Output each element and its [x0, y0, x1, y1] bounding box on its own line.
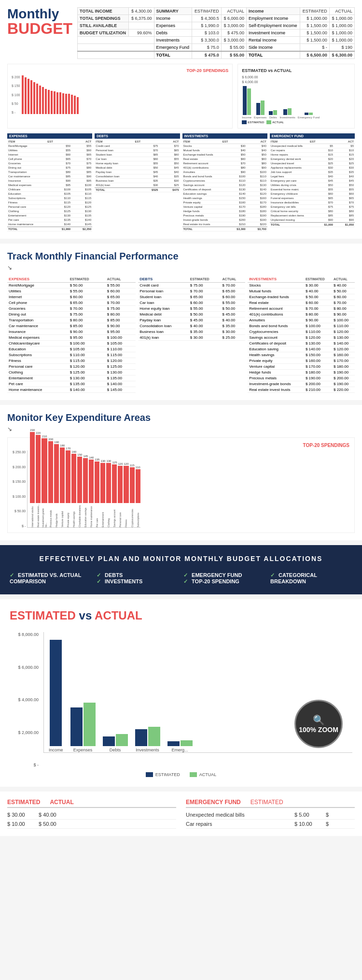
- bottom-left-table: ESTIMATED ACTUAL $ 30.00 $ 40.00 $ 10.00…: [7, 799, 176, 829]
- eva-label-debts: Debts: [269, 116, 277, 119]
- table-row: Utilities$ 55.00$ 60.00: [7, 288, 136, 294]
- top20-bar-1: [36, 435, 41, 503]
- top20-bar-wrap-9: 145Education savings: [83, 455, 88, 527]
- bottom-left-header: ESTIMATED ACTUAL: [7, 799, 176, 808]
- eva-exp-est-bar: [70, 707, 83, 746]
- eva-income-est-bar: [50, 640, 62, 746]
- list-item: Utilities$55$60: [7, 148, 92, 153]
- table-row: Savings account$ 120.00$ 130.00: [248, 335, 355, 341]
- monitor-arrow: ↘: [7, 426, 355, 432]
- eva-group-emerg: Emergency Fund: [298, 113, 320, 119]
- legend-act-swatch: [190, 772, 197, 777]
- top20-mini-title: TOP-20 SPENDINGS: [12, 68, 228, 73]
- table-row: Payday loan$ 45.00$ 40.00: [138, 317, 245, 323]
- table-row: Business loan$ 35.00$ 30.00: [138, 329, 245, 335]
- debts-total: TOTAL$525$475: [95, 187, 180, 192]
- top20-bar-wrap-13: 130Clothing: [106, 460, 111, 527]
- legend-act-label: ACTUAL: [199, 772, 217, 777]
- emergency-fund-header: EMERGENCY FUND: [270, 133, 355, 139]
- eva-income-label: Income: [49, 748, 63, 752]
- features-grid: ✓ ESTIMATED VS. ACTUAL COMPARISON ✓ DEBT…: [10, 572, 352, 585]
- top20-bar-wrap-3: 200Precious metals: [48, 438, 53, 527]
- bar-8: [42, 87, 44, 114]
- check-icon-1: ✓: [10, 572, 14, 578]
- legend-est-label: ESTIMATED: [155, 772, 180, 777]
- top20-bar-wrap-8: 150Charitable donations: [77, 453, 82, 527]
- table-row: Real estate invest trusts$ 210.00$ 220.0…: [248, 387, 355, 393]
- self-employ-label: Self-Employment Income: [247, 22, 300, 29]
- bar-7: [39, 86, 41, 114]
- list-item: Bonds and bond funds$100$110: [182, 174, 267, 179]
- track-debts-col: DEBTS ESTIMATED ACTUAL Credit card$ 75.0…: [138, 276, 245, 393]
- bar-16: [65, 94, 67, 114]
- top20-bar-12: [100, 463, 105, 503]
- bar-13: [56, 92, 58, 114]
- debts-table: DEBTS ITEM EST ACT Credit card$75$70 Per…: [95, 133, 180, 231]
- top20-bar-wrap-5: 180Venture capital: [60, 444, 65, 527]
- list-item: Groceries$70$75: [7, 161, 92, 166]
- list-item: Dining out$75$80: [7, 166, 92, 170]
- act-label: ACTUAL: [221, 8, 246, 15]
- eva-group-invest: Investments: [279, 108, 295, 119]
- eva-large-legend: ESTIMATED ACTUAL: [10, 772, 352, 777]
- bar-3: [28, 79, 29, 114]
- total-income-label: TOTAL INCOME: [78, 8, 129, 15]
- list-item: Replacement stolen items$85$85: [270, 214, 355, 218]
- y-axis-labels: $ 200 $ 150 $ 100 $ 50 $ -: [12, 75, 22, 114]
- table-row: Cryptocurrencies$ 110.00$ 120.00: [248, 329, 355, 335]
- list-item: Emergency childcare$60$60: [270, 192, 355, 196]
- top20-bar-4: [54, 444, 59, 503]
- table-row: Real estate$ 60.00$ 70.00: [248, 300, 355, 306]
- track-expenses-table: EXPENSES ESTIMATED ACTUAL Rent/Mortgage$…: [7, 276, 136, 393]
- investments-table: INVESTMENTS ITEM EST ACT Stocks$30$40 Mu…: [182, 133, 267, 231]
- eva-em-label: Emerg...: [172, 748, 188, 752]
- eva-em-act-bar: [181, 740, 193, 746]
- list-item: Business loan$35$30: [95, 179, 180, 183]
- list-item: Consolidation loan$40$35: [95, 174, 180, 179]
- table-row: Exchange-traded funds$ 50.00$ 60.00: [248, 294, 355, 300]
- table-row: Unexpected medical bills $ 5.00 $: [186, 810, 355, 820]
- top20-chart: TOP-20 SPENDINGS $ 250.00 $ 200.00 $ 150…: [7, 437, 355, 533]
- table-row: Stocks$ 30.00$ 40.00: [248, 283, 355, 288]
- eva-mini-chart: ESTIMATED vs ACTUAL $ 6,000.00 $ 4,000.0…: [237, 64, 355, 129]
- eva-group-expenses-large: Expenses: [70, 703, 96, 752]
- check-icon-3: ✓: [97, 578, 101, 584]
- rental-act: $ 1,000.00: [329, 37, 354, 44]
- bar-9: [45, 89, 47, 114]
- list-item: 401(k) contributions$80$90: [182, 166, 267, 170]
- list-item: Mutual funds$40$40: [182, 148, 267, 153]
- check-icon-5: ✓: [183, 578, 188, 584]
- self-est: $ 1,500.00: [300, 22, 330, 29]
- monitor-heading: Monitor Key Expenditure Areas: [7, 412, 355, 423]
- feature-text-categorical: CATEGORICAL BREAKDOWN: [270, 572, 317, 584]
- list-item: Credit card$75$70: [95, 144, 180, 148]
- side-act: $ 190: [329, 44, 354, 52]
- eva-group-expenses: Expenses: [254, 101, 266, 119]
- track-inv-header: INVESTMENTS: [248, 276, 304, 283]
- list-item: Rent/Mortgage$50$55: [7, 144, 92, 148]
- bar-10: [48, 90, 50, 114]
- eva-label-income: Income: [242, 116, 251, 119]
- total-income-est: $ 6,500.00: [300, 51, 330, 59]
- list-item: Education savings$140$120: [182, 192, 267, 196]
- list-item: Retirement account$70$80: [182, 161, 267, 166]
- list-item: Unexpected travel$25$25: [270, 161, 355, 166]
- list-item: Critical home security$80$80: [270, 209, 355, 214]
- bar-18: [71, 95, 73, 114]
- bar-5: [33, 82, 35, 114]
- summary-table: TOTAL INCOME $ 4,300.00 SUMMARY ESTIMATE…: [77, 7, 355, 59]
- list-item: Emergency dental work$20$20: [270, 157, 355, 161]
- table-row: Annuities$ 90.00$ 100.00: [248, 317, 355, 323]
- top20-bar-wrap-10: 140Home maintenance: [89, 456, 94, 527]
- eva-large-chart-container: $ 8,000.00 $ 6,000.00 $ 4,000.00 $ 2,000…: [10, 632, 352, 767]
- table-row: Insurance$ 90.00$ 95.00: [7, 329, 136, 335]
- list-item: Invest-grade bonds$200$190: [182, 218, 267, 222]
- emerg-row-label: Emergency Fund: [154, 44, 192, 52]
- top20-bar-wrap-6: 170Private equity: [66, 447, 70, 527]
- track-columns: EXPENSES ESTIMATED ACTUAL Rent/Mortgage$…: [7, 276, 355, 393]
- bar-14: [59, 92, 61, 114]
- invest-row-label: Investments: [154, 37, 192, 44]
- track-debt-act: ACTUAL: [221, 276, 246, 283]
- eva-debt-act-bar: [116, 734, 128, 746]
- eva-em-est-bar: [167, 741, 180, 746]
